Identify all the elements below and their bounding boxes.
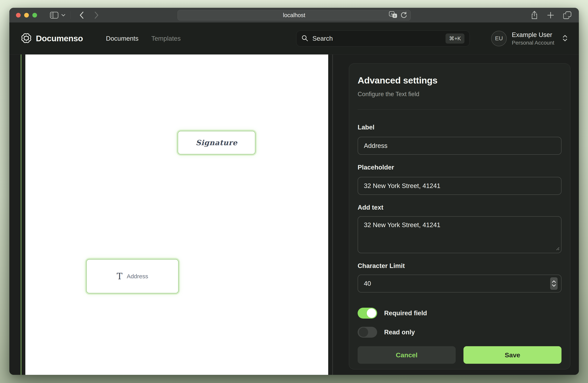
text-field-address[interactable]: T Address	[86, 259, 179, 293]
avatar-initials: EU	[495, 35, 503, 42]
svg-text:文: 文	[394, 14, 396, 17]
add-text-field-label: Add text	[358, 204, 562, 211]
nav-templates[interactable]: Templates	[151, 35, 181, 42]
browser-titlebar: localhost A 文	[9, 8, 579, 22]
sidebar-toggle-icon[interactable]	[50, 12, 59, 19]
svg-text:A: A	[391, 12, 393, 16]
reload-icon[interactable]	[400, 11, 407, 19]
search-bar[interactable]: Search ⌘+K	[296, 31, 470, 46]
user-account-type: Personal Account	[512, 40, 554, 46]
save-button[interactable]: Save	[463, 346, 562, 364]
label-field-label: Label	[358, 124, 562, 131]
required-field-toggle[interactable]	[358, 308, 377, 319]
minimize-window-button[interactable]	[24, 13, 29, 18]
tab-overview-icon[interactable]	[563, 11, 572, 19]
panel-title: Advanced settings	[358, 75, 562, 86]
browser-window: localhost A 文	[9, 8, 579, 375]
number-stepper[interactable]	[550, 277, 558, 290]
new-tab-icon[interactable]	[547, 12, 554, 19]
character-limit-input[interactable]	[358, 275, 562, 292]
url-text: localhost	[283, 12, 305, 19]
text-field-type-icon: T	[117, 272, 122, 281]
avatar: EU	[491, 31, 507, 46]
read-only-toggle[interactable]	[358, 327, 377, 338]
placeholder-field-label: Placeholder	[358, 164, 562, 171]
character-limit-field-label: Character Limit	[358, 262, 562, 269]
share-icon[interactable]	[531, 11, 538, 19]
read-only-label: Read only	[384, 328, 415, 336]
textarea-resize-handle[interactable]	[555, 246, 560, 251]
user-name: Example User	[512, 31, 554, 38]
toggle-knob	[367, 308, 376, 318]
translate-icon[interactable]: A 文	[389, 11, 397, 19]
app-header: Documenso Documents Templates Search ⌘+K…	[9, 22, 579, 55]
recipient-color-line	[21, 55, 21, 375]
nav-documents[interactable]: Documents	[106, 35, 139, 42]
advanced-settings-panel: Advanced settings Configure the Text fie…	[349, 63, 570, 369]
placeholder-input[interactable]	[358, 177, 562, 195]
documenso-logo-icon	[21, 33, 32, 45]
main-nav: Documents Templates	[106, 35, 181, 42]
content-divider	[332, 55, 333, 375]
panel-subtitle: Configure the Text field	[358, 91, 562, 98]
document-page: Signature T Address	[25, 55, 328, 375]
user-menu-caret-icon	[563, 35, 567, 42]
address-bar[interactable]: localhost A 文	[178, 10, 411, 20]
sidebar-chevron-down-icon[interactable]	[61, 14, 65, 17]
close-window-button[interactable]	[16, 13, 21, 18]
window-controls	[16, 13, 37, 18]
signature-field[interactable]: Signature	[178, 131, 255, 154]
text-field-label: Address	[127, 273, 148, 280]
add-text-textarea[interactable]: 32 New York Street, 41241	[358, 216, 562, 253]
brand-name: Documenso	[36, 34, 83, 43]
toggle-knob	[359, 327, 368, 337]
user-menu[interactable]: EU Example User Personal Account	[491, 31, 567, 46]
label-input[interactable]	[358, 137, 562, 155]
cancel-button[interactable]: Cancel	[358, 346, 456, 364]
panel-divider	[358, 109, 562, 110]
search-shortcut-badge: ⌘+K	[445, 34, 464, 44]
search-placeholder: Search	[313, 35, 333, 42]
brand[interactable]: Documenso	[21, 33, 83, 45]
required-field-label: Required field	[384, 309, 427, 317]
zoom-window-button[interactable]	[32, 13, 37, 18]
main-content: Signature T Address Advanced settings Co…	[9, 55, 579, 375]
signature-field-label: Signature	[196, 138, 237, 147]
back-button[interactable]	[79, 11, 84, 19]
forward-button[interactable]	[94, 11, 99, 19]
search-icon	[301, 35, 308, 42]
